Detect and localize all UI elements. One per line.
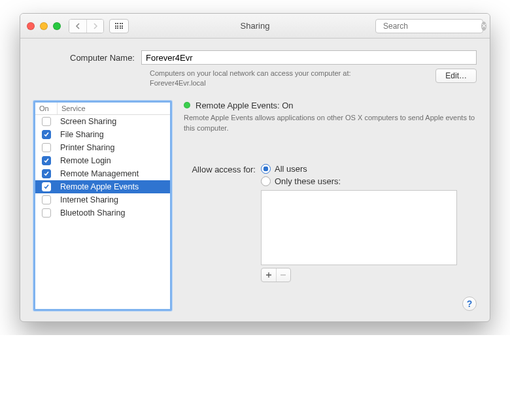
- help-button[interactable]: ?: [462, 297, 477, 311]
- access-label: Allow access for:: [184, 164, 256, 174]
- status-text: Remote Apple Events: On: [196, 101, 294, 110]
- check-icon: [43, 184, 50, 190]
- back-button[interactable]: [69, 20, 86, 33]
- check-icon: [43, 170, 50, 177]
- service-row[interactable]: Internet Sharing: [35, 193, 170, 206]
- clear-search-button[interactable]: ✕: [481, 22, 486, 31]
- service-checkbox[interactable]: [42, 169, 51, 178]
- service-checkbox[interactable]: [42, 156, 51, 165]
- service-checkbox-cell: [35, 169, 58, 178]
- computer-name-input[interactable]: [141, 50, 477, 65]
- help-icon: ?: [467, 299, 473, 309]
- service-checkbox-cell: [35, 130, 58, 139]
- user-add-remove-group: [261, 268, 291, 282]
- chevron-left-icon: [75, 23, 80, 29]
- service-checkbox[interactable]: [42, 117, 51, 126]
- radio-all-users[interactable]: All users: [261, 164, 341, 174]
- check-icon: [43, 131, 50, 138]
- services-header: On Service: [35, 103, 170, 115]
- service-checkbox-cell: [35, 208, 58, 218]
- services-table: On Service Screen SharingFile SharingPri…: [33, 101, 172, 311]
- service-label: Internet Sharing: [58, 195, 121, 204]
- search-input[interactable]: [383, 22, 481, 31]
- show-all-button[interactable]: [109, 19, 129, 33]
- chevron-right-icon: [93, 23, 98, 29]
- allowed-users-list[interactable]: [261, 190, 457, 265]
- service-row[interactable]: Printer Sharing: [35, 141, 170, 154]
- computer-name-subrow: Computers on your local network can acce…: [150, 69, 477, 89]
- header-service[interactable]: Service: [58, 103, 170, 114]
- grid-icon: [115, 23, 124, 29]
- service-description: Remote Apple Events allows applications …: [184, 113, 477, 134]
- plus-icon: [265, 272, 272, 278]
- service-row[interactable]: Remote Apple Events: [35, 180, 170, 193]
- radio-all-label: All users: [275, 164, 307, 174]
- subtext-line2: Forever4Evr.local: [150, 79, 206, 87]
- service-row[interactable]: Bluetooth Sharing: [35, 206, 170, 219]
- service-row[interactable]: Screen Sharing: [35, 115, 170, 128]
- service-checkbox[interactable]: [42, 182, 51, 191]
- main-row: On Service Screen SharingFile SharingPri…: [33, 101, 477, 311]
- content-area: Computer Name: Computers on your local n…: [20, 39, 490, 321]
- search-field[interactable]: ✕: [375, 19, 483, 33]
- service-checkbox[interactable]: [42, 143, 51, 152]
- service-checkbox-cell: [35, 117, 58, 126]
- service-label: Printer Sharing: [58, 143, 117, 152]
- service-label: Screen Sharing: [58, 117, 119, 126]
- service-label: Bluetooth Sharing: [58, 208, 128, 218]
- radio-icon: [261, 176, 271, 186]
- service-label: Remote Login: [58, 156, 114, 165]
- service-row[interactable]: Remote Management: [35, 167, 170, 180]
- service-row[interactable]: Remote Login: [35, 154, 170, 167]
- edit-hostname-button[interactable]: Edit…: [435, 69, 477, 83]
- window-controls: [27, 22, 61, 30]
- radio-only-label: Only these users:: [275, 176, 341, 186]
- service-checkbox-cell: [35, 182, 58, 191]
- service-checkbox-cell: [35, 143, 58, 152]
- check-icon: [43, 157, 50, 164]
- computer-name-subtext: Computers on your local network can acce…: [150, 69, 428, 89]
- titlebar: Sharing ✕: [20, 14, 490, 39]
- help-row: ?: [184, 297, 477, 311]
- service-checkbox-cell: [35, 195, 58, 204]
- remove-user-button[interactable]: [276, 268, 291, 282]
- minimize-window-button[interactable]: [40, 22, 48, 30]
- radio-icon: [261, 164, 271, 174]
- subtext-line1: Computers on your local network can acce…: [150, 69, 351, 77]
- service-label: File Sharing: [58, 130, 107, 139]
- nav-back-forward: [69, 19, 104, 33]
- add-user-button[interactable]: [262, 268, 276, 282]
- services-list[interactable]: Screen SharingFile SharingPrinter Sharin…: [35, 115, 170, 309]
- status-row: Remote Apple Events: On: [184, 101, 477, 110]
- access-radio-group: All users Only these users:: [261, 164, 341, 186]
- radio-only-users[interactable]: Only these users:: [261, 176, 341, 186]
- zoom-window-button[interactable]: [53, 22, 61, 30]
- service-row[interactable]: File Sharing: [35, 128, 170, 141]
- detail-pane: Remote Apple Events: On Remote Apple Eve…: [184, 101, 477, 311]
- minus-icon: [280, 272, 286, 278]
- service-checkbox[interactable]: [42, 195, 51, 204]
- forward-button[interactable]: [86, 20, 103, 33]
- status-indicator-icon: [184, 102, 190, 108]
- service-checkbox[interactable]: [42, 208, 51, 218]
- header-on[interactable]: On: [35, 103, 58, 114]
- service-checkbox[interactable]: [42, 130, 51, 139]
- service-checkbox-cell: [35, 156, 58, 165]
- service-label: Remote Management: [58, 169, 141, 178]
- computer-name-row: Computer Name:: [70, 50, 477, 65]
- service-label: Remote Apple Events: [58, 182, 141, 191]
- close-window-button[interactable]: [27, 22, 35, 30]
- access-row: Allow access for: All users Only these u…: [184, 164, 477, 186]
- sharing-preferences-window: Sharing ✕ Computer Name: Computers on yo…: [20, 13, 490, 322]
- computer-name-label: Computer Name:: [70, 53, 135, 63]
